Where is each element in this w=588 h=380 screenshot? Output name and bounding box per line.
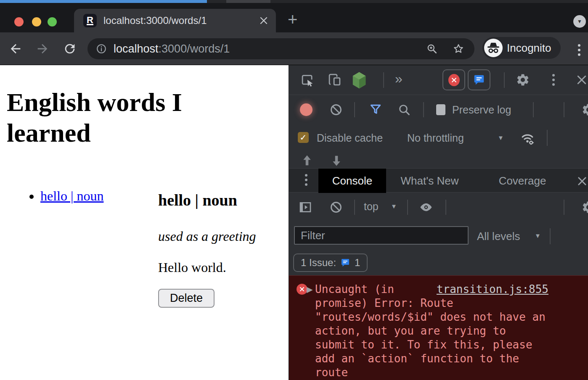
incognito-badge[interactable]: Incognito — [482, 37, 561, 59]
disable-cache-label[interactable]: Disable cache — [317, 132, 383, 144]
zoom-in-icon[interactable] — [426, 43, 437, 54]
bookmark-star-icon[interactable] — [453, 43, 464, 55]
import-har-icon[interactable] — [302, 154, 313, 167]
tab-console[interactable]: Console — [318, 169, 386, 193]
console-filter-input[interactable] — [294, 226, 469, 245]
log-levels-select[interactable]: All levels — [477, 230, 520, 243]
tab-close-icon[interactable] — [259, 16, 268, 25]
console-error-message[interactable]: ▶ transition.js:855Uncaught (in promise)… — [289, 275, 588, 380]
navigation-toolbar: localhost:3000/words/1 Incognito — [0, 32, 588, 65]
word-list-item: hello | noun — [40, 188, 124, 204]
issues-bubble-icon — [473, 74, 485, 86]
word-detail: hello | noun used as a greeting Hello wo… — [158, 188, 280, 308]
console-toolbar: top ▼ — [289, 193, 588, 222]
live-expression-eye-icon[interactable] — [419, 200, 433, 214]
issue-label: 1 Issue: — [301, 257, 336, 269]
inspect-element-icon[interactable] — [301, 73, 315, 87]
more-tabs-icon[interactable]: » — [395, 71, 403, 87]
issue-count: 1 — [355, 257, 360, 269]
word-list: hello | noun — [7, 188, 124, 308]
issue-counter-button[interactable]: 1 Issue: 1 — [293, 253, 368, 272]
minimize-window-button[interactable] — [32, 17, 41, 26]
reload-icon[interactable] — [63, 42, 77, 56]
device-toolbar-icon[interactable] — [328, 73, 342, 87]
new-tab-button[interactable]: + — [288, 12, 297, 26]
expand-error-icon[interactable]: ▶ — [307, 285, 313, 294]
record-network-log-button[interactable] — [300, 103, 313, 116]
throttling-dropdown-icon[interactable]: ▼ — [498, 134, 504, 141]
tab-coverage[interactable]: Coverage — [495, 169, 550, 193]
issue-bubble-icon — [340, 258, 350, 268]
network-settings-icon[interactable] — [581, 103, 588, 117]
console-issue-row: 1 Issue: 1 — [289, 250, 588, 275]
close-window-button[interactable] — [14, 17, 24, 26]
context-select[interactable]: top — [364, 201, 379, 213]
browser-menu-icon[interactable] — [578, 44, 580, 47]
console-settings-icon[interactable] — [581, 200, 588, 214]
error-source-link[interactable]: transition.js:855 — [400, 282, 548, 296]
error-message: Uncaught (in promise) Error: Route "rout… — [315, 283, 546, 379]
issues-badge[interactable] — [468, 69, 490, 90]
maximize-window-button[interactable] — [48, 17, 57, 26]
url-bar[interactable]: localhost:3000/words/1 — [87, 38, 474, 59]
har-buttons-row — [289, 151, 588, 168]
disable-cache-checkbox[interactable]: ✓ — [298, 132, 309, 143]
devtools-main-toolbar: » — [289, 65, 588, 95]
error-level-icon — [297, 284, 307, 295]
preserve-log-checkbox[interactable] — [436, 104, 445, 115]
context-dropdown-icon[interactable]: ▼ — [391, 203, 397, 210]
word-usage: Hello world. — [158, 260, 280, 275]
clear-console-icon[interactable] — [329, 201, 343, 214]
drawer-menu-icon[interactable] — [305, 174, 307, 177]
nodejs-context-icon[interactable] — [350, 71, 368, 90]
site-info-icon[interactable] — [96, 43, 107, 54]
delete-button[interactable]: Delete — [158, 289, 215, 308]
window-top-edge — [0, 0, 588, 3]
tab-search-button[interactable]: ▼ — [573, 15, 586, 28]
drawer-tab-bar: Console What's New Coverage — [289, 168, 588, 193]
network-search-icon[interactable] — [397, 103, 411, 116]
word-row: hello | noun hello | noun used as a gree… — [7, 188, 289, 308]
word-definition: used as a greeting — [158, 229, 280, 244]
levels-dropdown-icon[interactable]: ▼ — [535, 232, 541, 239]
devtools-settings-icon[interactable] — [516, 73, 530, 87]
devtools-panel: » — [289, 65, 588, 380]
console-filter-row: All levels ▼ — [289, 222, 588, 250]
browser-tab[interactable]: R localhost:3000/words/1 — [74, 9, 276, 32]
network-filter-icon[interactable] — [369, 103, 382, 116]
devtools-menu-icon[interactable] — [552, 74, 555, 77]
clear-network-icon[interactable] — [329, 103, 343, 116]
forward-icon[interactable] — [35, 42, 50, 56]
tab-strip: R localhost:3000/words/1 + ▼ — [0, 3, 588, 32]
word-detail-title: hello | noun — [158, 191, 280, 209]
incognito-label: Incognito — [507, 37, 551, 59]
error-count-badge[interactable] — [442, 69, 465, 90]
preserve-log-label: Preserve log — [452, 104, 511, 116]
tab-title: localhost:3000/words/1 — [103, 9, 207, 32]
tab-whats-new[interactable]: What's New — [396, 169, 464, 193]
remix-favicon: R — [83, 14, 97, 27]
network-toolbar: Preserve log — [289, 95, 588, 124]
background-window-segment — [226, 0, 270, 3]
drawer-close-icon[interactable] — [576, 175, 588, 187]
window-content: English words I learned hello | noun hel… — [0, 65, 588, 380]
background-window-strip — [0, 0, 207, 3]
console-sidebar-icon[interactable] — [299, 201, 312, 214]
page-title: English words I learned — [7, 87, 234, 148]
network-conditions-icon[interactable] — [519, 130, 535, 146]
error-text: transition.js:855Uncaught (in promise) E… — [315, 282, 548, 380]
network-conditions-row: ✓ Disable cache No throttling ▼ — [289, 124, 588, 151]
back-icon[interactable] — [8, 42, 23, 56]
word-link[interactable]: hello | noun — [40, 188, 103, 203]
export-har-icon[interactable] — [331, 154, 342, 167]
devtools-close-icon[interactable] — [575, 74, 588, 86]
incognito-icon — [484, 39, 503, 57]
error-icon — [448, 74, 460, 86]
throttling-select[interactable]: No throttling — [407, 132, 464, 144]
url-text: localhost:3000/words/1 — [114, 38, 230, 59]
rendered-page: English words I learned hello | noun hel… — [0, 65, 289, 380]
